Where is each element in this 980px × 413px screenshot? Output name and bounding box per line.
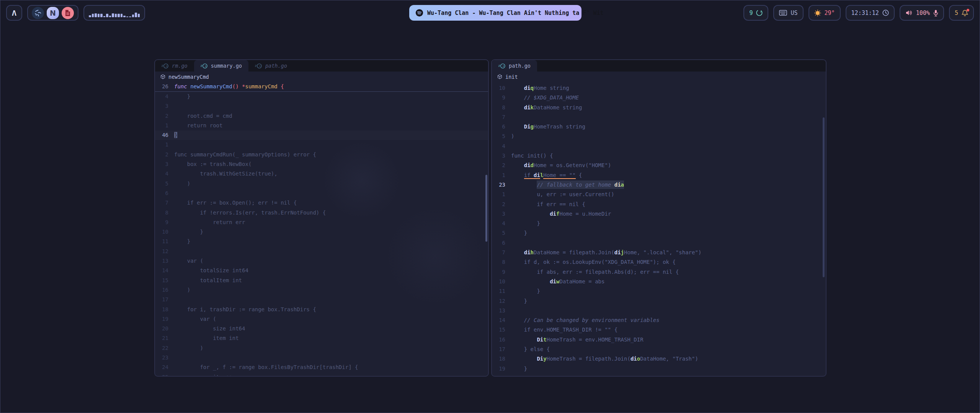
visualizer-bar — [92, 14, 94, 17]
line-number: 11 — [155, 237, 174, 246]
code-line[interactable]: 10 diqHome string — [492, 83, 826, 93]
code-line[interactable]: 18 DiyHomeTrash = filepath.Join(dioDataH… — [492, 354, 826, 364]
code-line[interactable]: 8 if d, ok := os.LookupEnv("XDG_DATA_HOM… — [492, 257, 826, 267]
code-line[interactable]: 3 — [155, 101, 488, 111]
code-line[interactable]: 19 var ( — [155, 314, 488, 324]
code-line[interactable]: 19 } — [492, 364, 826, 374]
code-line[interactable]: 9 if abs, err := filepath.Abs(d); err ==… — [492, 267, 826, 277]
document-app-button[interactable] — [62, 7, 74, 19]
code-line[interactable]: 2 didHome = os.Getenv("HOME") — [492, 161, 826, 170]
code-text: diwDataHome = abs — [511, 277, 604, 286]
code-line[interactable]: 7 dihDataHome = filepath.Join(dijHome, "… — [492, 248, 826, 257]
code-line[interactable]: 14 // Can be changed by environment vari… — [492, 315, 826, 325]
code-line[interactable]: 16 ) — [155, 285, 488, 295]
code-line[interactable]: 4 trash.WithGetSize(true), — [155, 169, 488, 179]
code-line[interactable]: 7 if err := box.Open(); err != nil { — [155, 198, 488, 208]
code-line[interactable]: 6 — [492, 238, 826, 248]
code-line[interactable]: 1 — [155, 140, 488, 150]
code-text: if !errors.Is(err, trash.ErrNotFound) { — [174, 208, 326, 218]
code-line[interactable]: 2 if err == nil { — [492, 200, 826, 209]
visualizer-bar — [109, 16, 111, 17]
code-line[interactable]: 9 // $XDG_DATA_HOME — [492, 93, 826, 102]
sticky-context-line[interactable]: 26func newSummaryCmd() *summaryCmd { — [155, 82, 488, 92]
code-line[interactable]: 3 difHome = u.HomeDir — [492, 209, 826, 219]
code-line[interactable]: 4 } — [155, 92, 488, 101]
code-line[interactable]: 20 size int64 — [155, 324, 488, 333]
code-line[interactable]: 1 if dilHome == "" { — [492, 171, 826, 180]
code-line[interactable]: 15 totalItem int — [155, 276, 488, 285]
code-line[interactable]: 5 ) — [155, 179, 488, 189]
code-line[interactable]: 18 for i, trashDir := range box.TrashDir… — [155, 305, 488, 314]
code-line[interactable]: 10 } — [155, 227, 488, 237]
clock-widget[interactable]: 12:31:12 — [846, 5, 895, 21]
code-line[interactable]: 7 — [492, 112, 826, 122]
code-line[interactable]: 23 // fallback to get home dia — [492, 180, 826, 190]
code-line[interactable]: 22 ) — [155, 343, 488, 353]
code-line[interactable]: 12 — [155, 247, 488, 256]
code-line[interactable]: 17 } else { — [492, 345, 826, 354]
browser-app-button[interactable] — [32, 7, 44, 19]
code-line[interactable]: 9 return err — [155, 218, 488, 227]
code-line[interactable]: 14 totalSize int64 — [155, 266, 488, 275]
neovim-app-button[interactable]: N — [47, 7, 59, 19]
code-line[interactable]: 2func summaryCmdRun(_ summaryOptions) er… — [155, 150, 488, 159]
line-number: 19 — [155, 314, 174, 324]
code-line[interactable]: 16 DitHomeTrash = env.HOME_TRASH_DIR — [492, 335, 826, 345]
tab-path.go[interactable]: path.go — [492, 60, 537, 72]
visualizer-bar — [106, 14, 108, 17]
keyboard-layout-widget[interactable]: US — [773, 5, 803, 21]
code-line[interactable]: 21 item int — [155, 333, 488, 343]
code-text: func summaryCmdRun(_ summaryOptions) err… — [174, 150, 316, 159]
code-area: 10 diqHome string9 // $XDG_DATA_HOME8 di… — [492, 82, 826, 377]
keyboard-layout-label: US — [791, 10, 797, 16]
code-line[interactable]: 20} — [492, 374, 826, 377]
code-line[interactable]: 3 box := trash.NewBox( — [155, 159, 488, 169]
line-number: 10 — [492, 83, 511, 93]
code-line[interactable]: 8 dikDataHome string — [492, 103, 826, 112]
code-line[interactable]: 13 — [492, 306, 826, 315]
sun-icon — [814, 10, 821, 16]
code-line[interactable]: 25 item++ — [155, 372, 488, 377]
audio-widget[interactable]: 100% — [900, 5, 944, 21]
code-line[interactable]: 8 if !errors.Is(err, trash.ErrNotFound) … — [155, 208, 488, 218]
scrollbar-thumb[interactable] — [823, 117, 825, 277]
code-line[interactable]: 4 } — [492, 219, 826, 228]
line-number: 25 — [155, 372, 174, 377]
line-number: 8 — [155, 208, 174, 218]
code-line[interactable]: 15 if env.HOME_TRASH_DIR != "" { — [492, 325, 826, 335]
code-line[interactable]: 11 } — [155, 237, 488, 246]
media-player-widget[interactable]: Wu-Tang Clan - Wu-Tang Clan Ain't Nuthin… — [409, 5, 581, 21]
tab-path.go[interactable]: path.go — [248, 60, 294, 72]
code-line[interactable]: 4 — [492, 141, 826, 151]
code-line[interactable]: 5) — [492, 132, 826, 141]
launcher-button[interactable]: Λ — [6, 5, 22, 21]
code-line[interactable]: 17 — [155, 295, 488, 304]
code-line[interactable]: 1 u, err := user.Current() — [492, 190, 826, 199]
notifications-widget[interactable]: 5 — [949, 5, 974, 21]
audio-visualizer[interactable] — [83, 5, 145, 21]
code-line[interactable]: 13 var ( — [155, 256, 488, 266]
updates-widget[interactable]: 9 — [743, 5, 768, 21]
tab-summary.go[interactable]: summary.go — [194, 60, 248, 72]
scrollbar-thumb[interactable] — [485, 175, 487, 242]
code-line[interactable]: 24 for _, f := range box.FilesByTrashDir… — [155, 363, 488, 372]
code-area: 26func newSummaryCmd() *summaryCmd {4 }3… — [155, 82, 488, 377]
code-line[interactable]: 46} — [155, 130, 488, 140]
code-line[interactable]: 5 } — [492, 228, 826, 238]
line-number: 10 — [155, 227, 174, 237]
code-line[interactable]: 23 — [155, 353, 488, 363]
code-line[interactable]: 6 DigHomeTrash string — [492, 122, 826, 132]
code-line[interactable]: 12 } — [492, 296, 826, 306]
tab-rm.go[interactable]: rm.go — [155, 60, 194, 72]
code-text: ) — [174, 343, 203, 353]
code-text: dihDataHome = filepath.Join(dijHome, ".l… — [511, 248, 701, 257]
code-line[interactable]: 6 — [155, 189, 488, 198]
code-line[interactable]: 2 root.cmd = cmd — [155, 111, 488, 121]
line-number: 8 — [492, 103, 511, 112]
weather-widget[interactable]: 29° — [808, 5, 841, 21]
code-text: func init() { — [511, 151, 553, 161]
code-line[interactable]: 1 return root — [155, 121, 488, 130]
code-line[interactable]: 10 diwDataHome = abs — [492, 277, 826, 286]
code-line[interactable]: 11 } — [492, 286, 826, 296]
code-line[interactable]: 3func init() { — [492, 151, 826, 161]
